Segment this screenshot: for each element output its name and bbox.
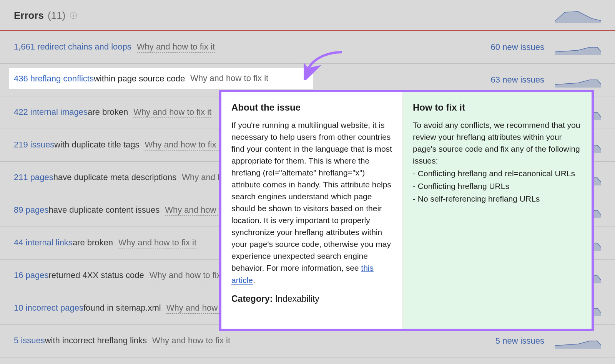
why-and-how-link[interactable]: Why and how to fix it — [133, 107, 211, 118]
issue-link[interactable]: 1,661 redirect chains and loops — [14, 42, 131, 52]
row-right: 60 new issues — [491, 40, 601, 55]
header-sparkline — [555, 8, 601, 23]
issue-line: 5 issues with incorrect hreflang linksWh… — [14, 336, 230, 346]
issue-line: 89 pages have duplicate content issuesWh… — [14, 205, 243, 216]
issue-suffix: are broken — [88, 107, 128, 117]
issue-link[interactable]: 211 pages — [14, 172, 53, 182]
fix-intro: To avoid any conflicts, we recommend tha… — [413, 119, 582, 167]
issue-link[interactable]: 10 incorrect pages — [14, 303, 83, 313]
new-issues-link[interactable]: 63 new issues — [491, 75, 544, 85]
fix-column: How to fix it To avoid any conflicts, we… — [403, 92, 592, 329]
highlighted-issue-link[interactable]: 436 hreflang conflicts — [14, 74, 94, 84]
errors-title: Errors — [14, 10, 44, 22]
issue-link[interactable]: 422 internal images — [14, 107, 88, 117]
errors-header: Errors (11) i — [0, 0, 615, 31]
highlighted-row[interactable]: 436 hreflang conflicts within page sourc… — [9, 68, 313, 89]
issue-line: 10 incorrect pages found in sitemap.xmlW… — [14, 303, 244, 314]
row-sparkline — [555, 72, 601, 88]
issue-link[interactable]: 16 pages — [14, 270, 49, 280]
row-right: 5 new issues — [495, 333, 601, 349]
why-and-how-link[interactable]: Why and how to fix it — [137, 42, 215, 53]
issue-line: 422 internal images are brokenWhy and ho… — [14, 107, 211, 118]
fix-heading: How to fix it — [413, 101, 582, 114]
issue-link[interactable]: 5 issues — [14, 336, 45, 346]
issue-details-popover: About the issue If you're running a mult… — [219, 90, 594, 331]
issue-suffix: with incorrect hreflang links — [45, 336, 147, 346]
about-body: If you're running a multilingual website… — [231, 119, 392, 286]
error-row[interactable]: 1,661 redirect chains and loopsWhy and h… — [0, 31, 615, 64]
row-sparkline — [555, 333, 601, 349]
new-issues-link[interactable]: 5 new issues — [495, 336, 544, 346]
why-and-how-link[interactable]: Why and how to fix it — [145, 140, 223, 151]
why-and-how-link[interactable]: Why and how to fix it — [150, 270, 228, 281]
why-and-how-link[interactable]: Why and how to fix it — [118, 238, 196, 248]
new-issues-link[interactable]: 60 new issues — [491, 42, 544, 52]
about-column: About the issue If you're running a mult… — [221, 92, 403, 329]
issue-suffix: with duplicate title tags — [54, 140, 139, 150]
about-heading: About the issue — [231, 101, 392, 114]
issue-link[interactable]: 89 pages — [14, 205, 49, 215]
category-label: Category: — [231, 294, 273, 304]
issue-suffix: have duplicate meta descriptions — [53, 172, 176, 182]
issue-line: 219 issues with duplicate title tagsWhy … — [14, 140, 223, 151]
fix-list: - Conflicting hreflang and rel=canonical… — [413, 167, 582, 205]
errors-count: (11) — [48, 10, 65, 22]
issue-suffix: have duplicate content issues — [49, 205, 160, 215]
category-line: Category: Indexability — [231, 292, 392, 305]
highlighted-issue-suffix: within page source code — [94, 74, 185, 84]
issue-suffix: found in sitemap.xml — [83, 303, 161, 313]
issue-line: 44 internal links are brokenWhy and how … — [14, 238, 196, 248]
issue-link[interactable]: 219 issues — [14, 140, 54, 150]
row-right: 63 new issues — [491, 72, 601, 88]
info-icon[interactable]: i — [70, 12, 77, 19]
issue-line: 16 pages returned 4XX status codeWhy and… — [14, 270, 228, 281]
why-and-how-link[interactable]: Why and how to fix it — [190, 73, 268, 84]
issue-suffix: returned 4XX status code — [49, 270, 144, 280]
issue-link[interactable]: 44 internal links — [14, 238, 73, 248]
row-sparkline — [555, 40, 601, 55]
fix-item: - Conflicting hreflang and rel=canonical… — [413, 167, 582, 179]
issue-line: 1,661 redirect chains and loopsWhy and h… — [14, 42, 215, 53]
fix-item: - No self-referencing hreflang URLs — [413, 193, 582, 205]
why-and-how-link[interactable]: Why and how to fix it — [152, 336, 230, 346]
category-value: Indexability — [273, 294, 319, 304]
issue-suffix: are broken — [73, 238, 113, 248]
fix-item: - Conflicting hreflang URLs — [413, 180, 582, 192]
